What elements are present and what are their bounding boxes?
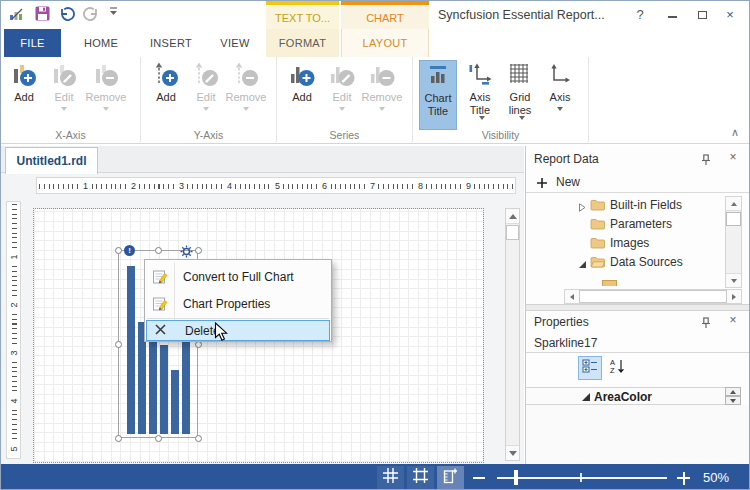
menu-item-convert-to-full-chart[interactable]: Convert to Full Chart [145, 263, 331, 290]
v-ruler-number: 5 [9, 443, 19, 455]
categorized-view-button[interactable] [578, 356, 602, 380]
category-area-color[interactable]: AreaColor [526, 387, 725, 405]
resize-handle-top-center[interactable] [155, 247, 162, 254]
report-data-vertical-scrollbar[interactable] [725, 196, 742, 288]
tab-view[interactable]: VIEW [209, 29, 261, 57]
redo-icon[interactable] [83, 6, 99, 22]
chevron-down-icon [339, 107, 345, 111]
title-bar: TEXT TO... CHART Syncfusion Essential Re… [1, 1, 749, 29]
tab-home[interactable]: HOME [71, 29, 131, 57]
x-axis-edit-button[interactable]: Edit [47, 60, 81, 130]
resize-handle-bottom-center[interactable] [155, 435, 162, 442]
close-button[interactable]: × [719, 6, 741, 24]
ruler-toggle-button[interactable] [437, 466, 464, 489]
grid-lines-button[interactable]: Grid lines [501, 60, 539, 130]
mouse-cursor [214, 322, 228, 342]
series-remove-button[interactable]: Remove [365, 60, 399, 130]
zoom-slider-track[interactable] [497, 477, 667, 479]
app-window: TEXT TO... CHART Syncfusion Essential Re… [0, 0, 750, 490]
scroll-left-button[interactable] [565, 290, 579, 303]
scrollbar-track[interactable] [579, 290, 727, 303]
canvas-vertical-scrollbar[interactable] [505, 208, 520, 461]
resize-handle-bottom-left[interactable] [115, 435, 122, 442]
triangle-down-icon [731, 279, 737, 283]
zoom-slider-thumb[interactable] [514, 470, 518, 485]
chevron-down-icon [243, 107, 249, 111]
resize-handle-bottom-right[interactable] [195, 435, 202, 442]
resize-handle-middle-left[interactable] [115, 341, 122, 348]
tab-file[interactable]: FILE [4, 29, 61, 57]
expander-expanded-icon[interactable] [578, 258, 587, 267]
y-axis-remove-button[interactable]: Remove [229, 60, 263, 130]
tree-item-built-in-fields[interactable]: Built-in Fields [526, 196, 750, 215]
ribbon-group-series: Add Edit Remove Series [277, 57, 413, 142]
y-axis-add-button[interactable]: Add [149, 60, 183, 130]
series-edit-button[interactable]: Edit [325, 60, 359, 130]
scroll-up-button[interactable] [726, 197, 741, 211]
help-button[interactable]: ? [629, 6, 651, 24]
tab-format[interactable]: FORMAT [266, 29, 339, 57]
alphabetical-sort-button[interactable]: AZ [605, 356, 629, 380]
scrollbar-thumb[interactable] [726, 212, 741, 226]
tree-item-label: Built-in Fields [610, 198, 682, 212]
tree-item-data-sources[interactable]: Data Sources [526, 253, 750, 272]
undo-icon[interactable] [59, 6, 75, 22]
pin-icon[interactable] [700, 315, 714, 329]
axis-title-button[interactable]: Axis Title [461, 60, 499, 130]
tree-item-label: Parameters [610, 217, 672, 231]
button-label: Grid lines [501, 91, 539, 116]
contextual-header-chart: CHART [341, 1, 429, 29]
resize-handle-middle-right[interactable] [195, 341, 202, 348]
ribbon-group-y-axis: Add Edit Remove Y-Axis [141, 57, 277, 142]
chart-title-button[interactable]: Chart Title [419, 60, 457, 130]
collapse-ribbon-icon[interactable]: ∧ [731, 126, 739, 139]
tab-insert[interactable]: INSERT [139, 29, 203, 57]
report-data-horizontal-scrollbar[interactable] [564, 289, 742, 304]
page-margins-button[interactable] [407, 466, 434, 489]
menu-separator [147, 318, 329, 319]
resize-handle-top-right[interactable] [195, 247, 202, 254]
tree-item-images[interactable]: Images [526, 234, 750, 253]
axis-title-icon [467, 62, 493, 88]
scroll-down-button[interactable] [726, 273, 741, 287]
document-tab[interactable]: Untitled1.rdl [5, 147, 98, 174]
h-ruler-number: 2 [129, 181, 138, 191]
property-scroll-spinner[interactable] [725, 387, 743, 405]
scroll-up-button[interactable] [506, 209, 519, 224]
menu-item-chart-properties[interactable]: Chart Properties [145, 290, 331, 317]
tree-item-parameters[interactable]: Parameters [526, 215, 750, 234]
series-add-button[interactable]: Add [285, 60, 319, 130]
x-axis-add-button[interactable]: Add [7, 60, 41, 130]
folder-open-icon [590, 256, 605, 268]
pin-icon[interactable] [700, 152, 714, 166]
scroll-down-button[interactable] [506, 445, 519, 460]
scrollbar-thumb[interactable] [506, 225, 519, 240]
resize-handle-top-left[interactable] [115, 247, 122, 254]
axis-button[interactable]: Axis [543, 60, 577, 130]
new-button[interactable]: New [526, 171, 750, 193]
customize-toolbar-icon[interactable] [109, 6, 118, 16]
menu-item-delete[interactable]: Delete [146, 320, 330, 341]
gear-smart-tag-icon[interactable] [180, 244, 193, 257]
warning-smart-tag-icon[interactable]: ! [124, 245, 135, 256]
spin-down-button[interactable] [725, 396, 741, 405]
grid-toggle-button[interactable] [377, 466, 404, 489]
close-panel-icon[interactable]: × [726, 151, 740, 165]
zoom-slider-center-tick [580, 473, 582, 482]
expander-collapsed-icon[interactable] [578, 201, 587, 210]
scroll-right-button[interactable] [727, 290, 741, 303]
button-label: Remove [226, 91, 267, 104]
spin-up-button[interactable] [725, 387, 741, 396]
tab-layout[interactable]: LAYOUT [341, 29, 429, 57]
x-axis-add-icon [11, 62, 37, 88]
properties-empty-area [526, 405, 750, 464]
y-axis-remove-icon [233, 62, 259, 88]
panel-divider[interactable] [526, 304, 750, 311]
grid-lines-icon [507, 62, 533, 88]
triangle-right-icon [732, 294, 736, 300]
tree-item-label: Data Sources [610, 255, 683, 269]
save-icon[interactable] [35, 6, 50, 21]
y-axis-edit-button[interactable]: Edit [189, 60, 223, 130]
x-axis-remove-button[interactable]: Remove [89, 60, 123, 130]
close-panel-icon[interactable]: × [726, 314, 740, 328]
